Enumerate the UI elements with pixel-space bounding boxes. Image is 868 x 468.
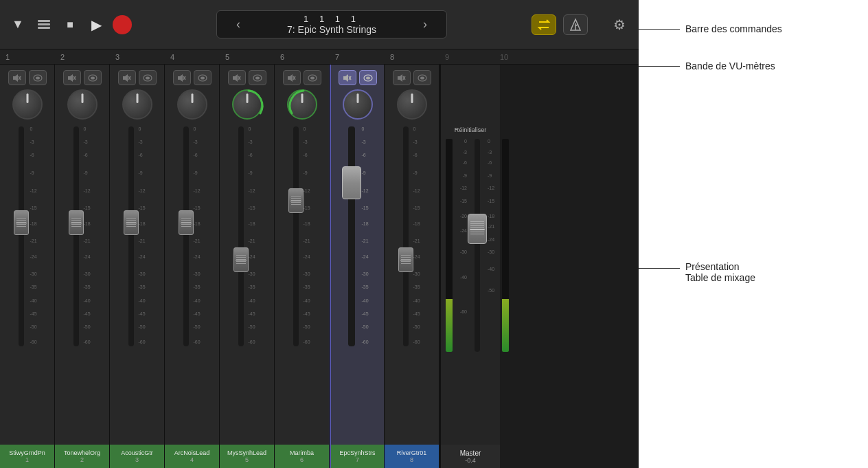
solo-4[interactable] [194,70,212,85]
master-label: Master [460,449,481,457]
fader-8[interactable] [398,247,413,272]
fader-3[interactable] [124,210,139,235]
vu-num-3: 3 [115,53,170,61]
svg-rect-0 [38,20,50,22]
pan-knob-4[interactable] [177,89,207,120]
fader-4[interactable] [179,210,194,235]
position-display[interactable]: ‹ 1 1 1 1 7: Epic Synth Strings › [216,10,447,38]
solo-5[interactable] [249,70,266,85]
mute-5[interactable] [228,70,246,85]
channel-6: 0 -3 -6 -9 -12 -15 -18 -21 -24 -30 -35 -… [275,65,330,468]
track-name: 7: Epic Synth Strings [287,24,376,35]
channel-name-1: StiwyGrndPn [9,449,45,456]
toolbar: ▼ ■ ▶ ‹ 1 1 1 1 7: Epic Synth Strings [0,0,639,49]
svg-point-37 [420,76,424,79]
channel-7: 0 -3 -6 -9 -12 -15 -18 -21 -24 -30 -35 -… [330,65,385,468]
pan-knob-3[interactable] [122,89,152,120]
record-button[interactable] [113,15,132,34]
channel-1: 0 -3 -6 -9 -12 -15 -18 -21 -24 -30 -35 -… [0,65,55,468]
vu-meter-strip: 1 2 3 4 5 6 7 8 9 10 [0,49,639,65]
mute-7[interactable] [339,70,356,85]
settings-button[interactable]: ⚙ [608,14,630,36]
pan-knob-5[interactable] [232,89,262,120]
mute-1[interactable] [8,70,26,85]
master-fader[interactable] [468,214,487,244]
channel-footer-5[interactable]: MysSynhLead 5 [220,445,274,468]
channel-num-7: 7 [356,456,359,463]
solo-3[interactable] [139,70,157,85]
vu-num-5: 5 [225,53,280,61]
solo-7[interactable] [359,70,377,85]
svg-point-13 [91,76,95,79]
channel-num-4: 4 [190,456,194,463]
channel-num-5: 5 [245,456,249,463]
channel-name-6: Marimba [290,449,314,456]
channel-name-3: AcousticGtr [121,449,153,456]
vu-num-10: 10 [500,53,555,61]
dropdown-icon[interactable]: ▼ [8,15,27,34]
nav-prev[interactable]: ‹ [231,14,246,34]
solo-8[interactable] [413,70,431,85]
vu-num-7: 7 [335,53,390,61]
channel-footer-8[interactable]: RiverGtr01 8 [385,445,439,468]
channel-name-5: MysSynhLead [227,449,266,456]
channel-num-6: 6 [300,456,304,463]
smart-controls-icon[interactable] [34,15,54,34]
channel-num-1: 1 [25,456,29,463]
vu-num-2: 2 [60,53,115,61]
annotations-panel: Barre des commandes Bande de VU-mètres P… [639,0,868,468]
fader-5[interactable] [233,247,249,272]
channel-name-7: EpcSynhStrs [339,449,375,456]
fader-7[interactable] [342,166,361,199]
pan-knob-8[interactable] [397,89,427,120]
channel-footer-2[interactable]: TonewhelOrg 2 [55,445,109,468]
vu-num-9: 9 [445,53,500,61]
channel-footer-3[interactable]: AcousticGtr 3 [110,445,164,468]
mixer-area: 0 -3 -6 -9 -12 -15 -18 -21 -24 -30 -35 -… [0,65,639,468]
channel-3: 0 -3 -6 -9 -12 -15 -18 -21 -24 -30 -35 -… [110,65,165,468]
svg-point-25 [255,76,260,79]
vu-num-6: 6 [280,53,335,61]
solo-6[interactable] [304,70,321,85]
solo-1[interactable] [29,70,47,85]
master-channel: Réinitialiser 0 -3 -6 [439,65,500,468]
pan-knob-6[interactable] [287,89,317,120]
toolbar-left: ▼ ■ ▶ [8,15,132,34]
mute-2[interactable] [63,70,81,85]
channel-name-8: RiverGtr01 [397,449,427,456]
channel-footer-6[interactable]: Marimba 6 [275,445,329,468]
fader-1[interactable] [14,210,29,235]
metronome-button[interactable] [563,14,588,35]
svg-rect-2 [38,27,50,29]
svg-point-33 [366,76,370,79]
channel-footer-7[interactable]: EpcSynhStrs 7 [331,445,384,468]
channel-2: 0 -3 -6 -9 -12 -15 -18 -21 -24 -30 -35 -… [55,65,110,468]
fader-6[interactable] [288,188,304,213]
reset-button[interactable]: Réinitialiser [455,122,487,136]
mute-4[interactable] [173,70,191,85]
channel-name-4: ArcNoisLead [174,449,210,456]
nav-next[interactable]: › [418,14,433,34]
pan-knob-7[interactable] [343,89,373,120]
channel-footer-1[interactable]: StiwyGrndPn 1 [0,445,54,468]
svg-point-9 [36,76,40,79]
mute-3[interactable] [118,70,136,85]
pan-knob-2[interactable] [67,89,98,120]
play-button[interactable]: ▶ [87,15,106,34]
mute-8[interactable] [393,70,411,85]
channel-name-2: TonewhelOrg [64,449,100,456]
position-numbers: 1 1 1 1 [304,14,360,24]
mixer-annotation-text-1: Présentation [685,261,755,272]
master-footer: Master -0.4 [441,445,500,468]
svg-point-21 [201,76,205,79]
transport-center: ‹ 1 1 1 1 7: Epic Synth Strings › [139,10,525,38]
solo-2[interactable] [84,70,102,85]
pan-knob-1[interactable] [12,89,43,120]
cycle-button[interactable] [532,14,556,35]
mute-6[interactable] [283,70,301,85]
channel-4: 0 -3 -6 -9 -12 -15 -18 -21 -24 -30 -35 -… [165,65,220,468]
channel-footer-4[interactable]: ArcNoisLead 4 [165,445,219,468]
vu-annotation-text: Bande de VU-mètres [680,60,775,71]
fader-2[interactable] [69,210,84,235]
stop-button[interactable]: ■ [60,15,80,34]
